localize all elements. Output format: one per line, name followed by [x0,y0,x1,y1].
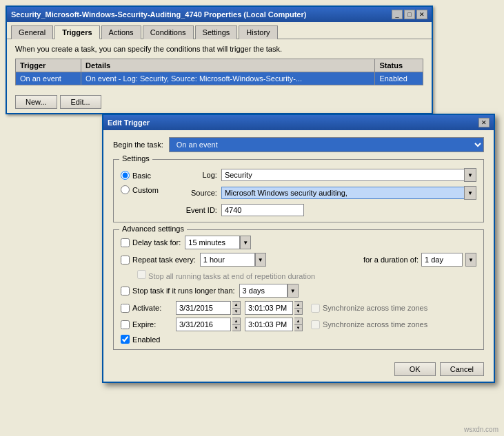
expire-time-spin[interactable]: ▲ ▼ [294,318,303,331]
enabled-checkbox[interactable] [121,335,130,344]
radio-custom[interactable] [121,185,130,194]
settings-inner: Basic Custom Log: ▼ [121,168,476,216]
activate-sync-wrapper: Synchronize across time zones [311,304,427,313]
title-bar-buttons: _ □ ✕ [392,10,427,19]
enabled-row: Enabled [121,335,476,344]
source-field-row: Source: ▼ [172,186,476,200]
cancel-button[interactable]: Cancel [440,362,484,376]
tab-conditions[interactable]: Conditions [143,25,194,39]
source-label: Source: [172,189,217,197]
main-window: Security_Microsoft-Windows-Security-Audi… [6,6,433,114]
col-trigger: Trigger [16,59,81,72]
activate-date-input[interactable] [176,301,231,315]
enabled-label: Enabled [132,335,160,344]
stop-task-checkbox[interactable] [121,287,130,295]
advanced-group: Advanced settings Delay task for: ▼ Repe… [113,229,484,350]
repeat-value-input[interactable] [200,253,255,267]
source-dropdown-btn[interactable]: ▼ [464,186,476,200]
activate-time-spin[interactable]: ▲ ▼ [294,301,303,315]
expire-date-wrapper: ▲ ▼ ▲ ▼ Synchronize across time zones [176,318,427,331]
activate-date-spin[interactable]: ▲ ▼ [232,301,241,315]
begin-task-row: Begin the task: On an event [113,137,484,152]
log-input[interactable] [221,169,464,181]
begin-task-label: Begin the task: [113,141,163,149]
expire-sync-checkbox [311,320,320,329]
stop-value-input[interactable] [239,284,288,298]
ok-button[interactable]: OK [394,362,436,376]
dialog-close-button[interactable]: ✕ [478,118,490,127]
col-details: Details [81,59,375,72]
main-title-bar: Security_Microsoft-Windows-Security-Audi… [7,7,432,22]
main-content: When you create a task, you can specify … [7,39,432,91]
radio-custom-label: Custom [132,186,159,194]
dialog-content: Begin the task: On an event Settings Bas… [103,130,494,357]
log-field-row: Log: ▼ [172,168,476,182]
watermark: wsxdn.com [464,426,498,433]
expire-row: Expire: ▲ ▼ ▲ ▼ Synchronize acro [121,318,476,331]
repeat-task-row: Repeat task every: ▼ for a duration of: … [121,253,476,267]
activate-sync-label: Synchronize across time zones [323,304,427,312]
activate-date-wrapper: ▲ ▼ ▲ ▼ Synchronize across time zones [176,301,427,315]
settings-group: Settings Basic Custom Log: [113,159,484,222]
new-button[interactable]: New... [15,95,57,109]
expire-checkbox[interactable] [121,320,130,329]
description-text: When you create a task, you can specify … [15,45,423,53]
dialog-title: Edit Trigger [108,118,150,127]
tab-triggers[interactable]: Triggers [54,25,99,39]
stop-task-row: Stop task if it runs longer than: ▼ [121,284,476,298]
repeat-task-label: Repeat task every: [121,256,196,264]
maximize-button[interactable]: □ [404,10,415,19]
trigger-table: Trigger Details Status On an event On ev… [15,59,423,85]
expire-label: Expire: [132,320,156,329]
delay-select-wrapper: ▼ [185,236,251,249]
tab-actions[interactable]: Actions [101,25,141,39]
bottom-buttons: New... Edit... [7,91,432,113]
expire-label-wrapper: Expire: [121,320,176,329]
activate-label-wrapper: Activate: [121,304,176,313]
close-button[interactable]: ✕ [416,10,427,19]
delay-dropdown-btn[interactable]: ▼ [240,236,251,249]
delay-task-checkbox[interactable] [121,238,130,247]
eventid-field-row: Event ID: [172,204,476,216]
cell-trigger: On an event [16,72,81,85]
dialog-title-buttons: ✕ [478,118,490,127]
radio-basic-label: Basic [132,172,151,180]
radio-basic[interactable] [121,171,130,180]
stop-select-wrapper: ▼ [239,284,299,298]
activate-time-input[interactable] [245,301,293,315]
stop-all-label: Stop all running tasks at end of repetit… [148,272,315,280]
repeat-task-checkbox[interactable] [121,256,130,264]
source-input[interactable] [221,187,464,199]
radio-basic-item: Basic [121,171,159,180]
tab-history[interactable]: History [239,25,277,39]
begin-task-dropdown[interactable]: On an event [169,137,484,152]
repeat-dropdown-btn[interactable]: ▼ [255,253,266,267]
edit-button[interactable]: Edit... [60,95,101,109]
radio-custom-item: Custom [121,185,159,194]
table-row[interactable]: On an event On event - Log: Security, So… [16,72,423,85]
eventid-input[interactable] [221,204,304,216]
expire-date-spin[interactable]: ▲ ▼ [232,318,241,331]
duration-dropdown-btn[interactable]: ▼ [465,253,476,267]
cell-details: On event - Log: Security, Source: Micros… [81,72,375,85]
col-status: Status [375,59,423,72]
dialog-title-bar: Edit Trigger ✕ [103,115,494,130]
duration-value-input[interactable] [421,253,463,267]
stop-all-row: Stop all running tasks at end of repetit… [137,270,476,280]
repeat-select-wrapper: ▼ [200,253,266,267]
event-fields: Log: ▼ Source: ▼ Event [172,168,476,216]
expire-time-input[interactable] [245,318,293,331]
stop-dropdown-btn[interactable]: ▼ [288,284,299,298]
delay-task-row: Delay task for: ▼ [121,236,476,249]
dialog-bottom-buttons: OK Cancel [103,357,494,382]
tab-general[interactable]: General [11,25,53,39]
delay-value-input[interactable] [185,236,240,249]
minimize-button[interactable]: _ [392,10,403,19]
log-dropdown-btn[interactable]: ▼ [464,168,476,182]
radio-group: Basic Custom [121,171,159,194]
source-select-wrapper: ▼ [221,186,476,200]
expire-date-input[interactable] [176,318,231,331]
tab-settings[interactable]: Settings [195,25,238,39]
edit-trigger-dialog: Edit Trigger ✕ Begin the task: On an eve… [102,114,495,383]
activate-checkbox[interactable] [121,304,130,313]
